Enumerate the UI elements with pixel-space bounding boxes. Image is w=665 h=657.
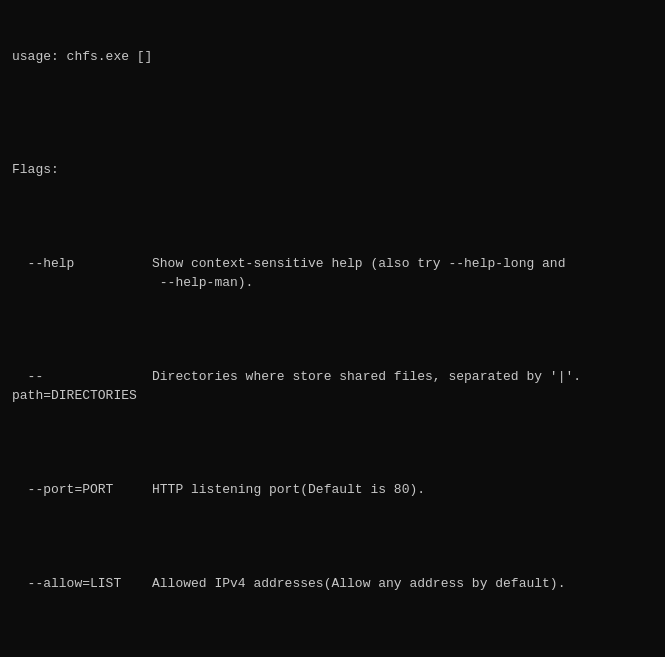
flag-name-port: --port=PORT xyxy=(12,481,152,500)
flag-desc-port: HTTP listening port(Default is 80). xyxy=(152,481,653,500)
flag-desc-help: Show context-sensitive help (also try --… xyxy=(152,255,653,293)
flags-header: Flags: xyxy=(12,161,653,180)
flag-name-help: --help xyxy=(12,255,152,293)
flag-path: --path=DIRECTORIES Directories where sto… xyxy=(12,368,653,406)
flag-desc-allow: Allowed IPv4 addresses(Allow any address… xyxy=(152,575,653,594)
flag-name-allow: --allow=LIST xyxy=(12,575,152,594)
flag-allow: --allow=LIST Allowed IPv4 addresses(Allo… xyxy=(12,575,653,594)
flag-allow-whitelist xyxy=(12,632,653,651)
flag-port: --port=PORT HTTP listening port(Default … xyxy=(12,481,653,500)
terminal-output: usage: chfs.exe [] Flags: --help Show co… xyxy=(12,10,653,657)
flag-name-path: --path=DIRECTORIES xyxy=(12,368,152,406)
usage-line: usage: chfs.exe [] xyxy=(12,48,653,67)
flag-desc-path: Directories where store shared files, se… xyxy=(152,368,653,406)
flag-help: --help Show context-sensitive help (also… xyxy=(12,255,653,293)
